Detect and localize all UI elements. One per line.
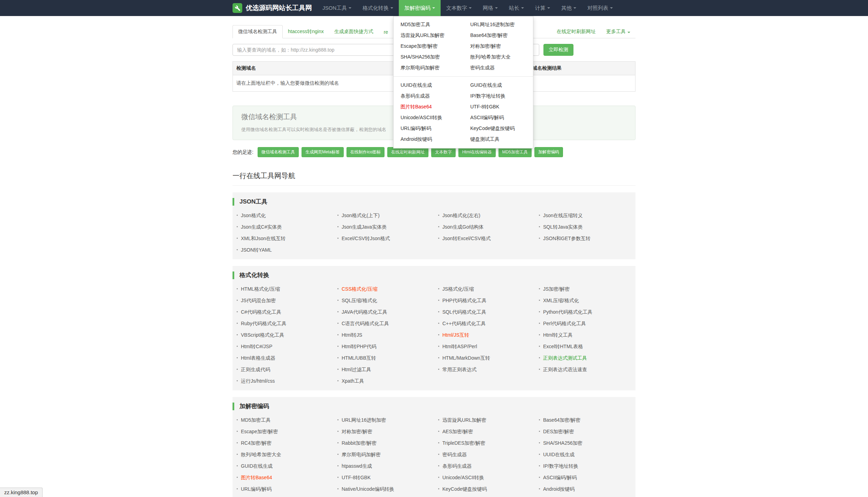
tool-link[interactable]: Html过滤工具 bbox=[342, 367, 371, 372]
navbar-menu-item[interactable]: 加解密编码 bbox=[399, 0, 441, 16]
footprint-button[interactable]: Html在线编辑器 bbox=[458, 147, 496, 157]
tool-link[interactable]: URL编码/解码 bbox=[241, 486, 272, 492]
navbar-menu-item[interactable]: 文本数字 bbox=[441, 0, 477, 16]
tool-link[interactable]: AES加密/解密 bbox=[442, 429, 473, 434]
tool-link[interactable]: UTF-8转GBK bbox=[342, 475, 371, 480]
dropdown-menu-item[interactable]: MD5加密工具 bbox=[394, 19, 463, 30]
tool-link[interactable]: Excel/CSV转Json格式 bbox=[342, 236, 390, 241]
tool-link[interactable]: SQL压缩/格式化 bbox=[342, 298, 377, 303]
tool-link[interactable]: GUID在线生成 bbox=[241, 463, 273, 469]
tool-link[interactable]: JS代码混合加密 bbox=[241, 298, 276, 303]
tool-link[interactable]: Json格式化(上下) bbox=[342, 213, 380, 218]
dropdown-menu-item[interactable]: UTF-8转GBK bbox=[463, 101, 533, 112]
tool-link[interactable]: 图片转Base64 bbox=[241, 475, 272, 480]
tool-link[interactable]: XML和Json在线互转 bbox=[241, 236, 285, 241]
tool-link[interactable]: Python代码格式化工具 bbox=[543, 309, 593, 315]
tool-link[interactable]: HTML格式化/压缩 bbox=[241, 286, 280, 292]
tool-link[interactable]: TripleDES加密/解密 bbox=[442, 440, 485, 446]
tool-link[interactable]: SQL转Java实体类 bbox=[543, 224, 583, 230]
footprint-button[interactable]: 生成网页Meta标签 bbox=[302, 147, 344, 157]
navbar-menu-item[interactable]: 网络 bbox=[477, 0, 503, 16]
tool-link[interactable]: JSON和GET参数互转 bbox=[543, 236, 591, 241]
dropdown-menu-item[interactable]: 摩尔斯电码加解密 bbox=[394, 62, 463, 73]
tool-link[interactable]: Json格式化(左右) bbox=[442, 213, 480, 218]
more-tools-dropdown-link[interactable]: 更多工具 bbox=[601, 25, 635, 38]
tool-link[interactable]: JAVA代码格式化工具 bbox=[342, 309, 387, 315]
footprint-button[interactable]: 加解密编码 bbox=[534, 147, 563, 157]
footprint-button[interactable]: 在线定时刷新网址 bbox=[387, 147, 428, 157]
navbar-menu-item[interactable]: JSON工具 bbox=[317, 0, 357, 16]
dropdown-menu-item[interactable]: GUID在线生成 bbox=[463, 80, 533, 91]
tool-link[interactable]: C语言代码格式化工具 bbox=[342, 321, 389, 326]
tool-link[interactable]: 对称加密/解密 bbox=[342, 429, 372, 434]
tool-link[interactable]: ASCII编码/解码 bbox=[543, 475, 577, 480]
tool-link[interactable]: Json在线压缩转义 bbox=[543, 213, 583, 218]
tool-link[interactable]: Ruby代码格式化工具 bbox=[241, 321, 287, 326]
tool-link[interactable]: Native/Unicode编码转换 bbox=[342, 486, 394, 492]
tool-link[interactable]: Json格式化 bbox=[241, 213, 266, 218]
dropdown-menu-item[interactable]: URL网址16进制加密 bbox=[463, 19, 533, 30]
dropdown-menu-item[interactable]: 密码生成器 bbox=[463, 62, 533, 73]
tool-link[interactable]: C++代码格式化工具 bbox=[442, 321, 486, 326]
tool-link[interactable]: 正则表达式测试工具 bbox=[543, 355, 587, 361]
tool-link[interactable]: CSS格式化/压缩 bbox=[342, 286, 378, 292]
tool-link[interactable]: 正则生成代码 bbox=[241, 367, 270, 372]
tool-link[interactable]: UUID在线生成 bbox=[543, 452, 574, 457]
tool-link[interactable]: DES加密/解密 bbox=[543, 429, 574, 434]
dropdown-menu-item[interactable]: 对称加密/解密 bbox=[463, 41, 533, 52]
tool-tab[interactable]: 微信域名检测工具 bbox=[233, 25, 283, 38]
brand-home-link[interactable]: 优选源码网站长工具网 bbox=[233, 0, 312, 16]
refresh-url-tab-link[interactable]: 在线定时刷新网址 bbox=[551, 25, 601, 38]
tool-link[interactable]: HTML/UBB互转 bbox=[342, 355, 376, 361]
tool-link[interactable]: 摩尔斯电码加解密 bbox=[342, 452, 381, 457]
dropdown-menu-item[interactable]: SHA/SHA256加密 bbox=[394, 52, 463, 62]
tool-link[interactable]: 条形码生成器 bbox=[442, 463, 472, 469]
tool-link[interactable]: Html表格生成器 bbox=[241, 355, 275, 361]
tool-link[interactable]: 正则表达式语法速查 bbox=[543, 367, 587, 372]
tool-link[interactable]: HTML/MarkDown互转 bbox=[442, 355, 490, 361]
tool-link[interactable]: Json生成Java实体类 bbox=[342, 224, 387, 230]
tool-link[interactable]: JS格式化/压缩 bbox=[442, 286, 474, 292]
tool-link[interactable]: Html转ASP/Perl bbox=[442, 344, 477, 349]
tool-link[interactable]: Html转JS bbox=[342, 332, 362, 338]
tool-link[interactable]: htpasswd生成 bbox=[342, 463, 372, 469]
tool-link[interactable]: 迅雷旋风URL加解密 bbox=[442, 417, 486, 423]
tool-link[interactable]: Base64加密/解密 bbox=[543, 417, 580, 423]
footprint-button[interactable]: MD5加密工具 bbox=[498, 147, 532, 157]
tool-link[interactable]: Unicode/ASCII转换 bbox=[442, 475, 484, 480]
tool-tab[interactable]: 生成桌面快捷方式 bbox=[329, 25, 379, 38]
dropdown-menu-item[interactable]: 条形码生成器 bbox=[394, 91, 463, 101]
tool-link[interactable]: Rabbit加密/解密 bbox=[342, 440, 376, 446]
dropdown-menu-item[interactable]: 散列/哈希加密大全 bbox=[463, 52, 533, 62]
tool-link[interactable]: XML压缩/格式化 bbox=[543, 298, 579, 303]
tool-link[interactable]: Json生成C#实体类 bbox=[241, 224, 282, 230]
tool-link[interactable]: KeyCode键盘按键码 bbox=[442, 486, 487, 492]
footprint-button[interactable]: 文本数字 bbox=[431, 147, 456, 157]
tool-link[interactable]: VBScript格式化工具 bbox=[241, 332, 284, 338]
tool-link[interactable]: Perl代码格式化工具 bbox=[543, 321, 586, 326]
dropdown-menu-item[interactable]: UUID在线生成 bbox=[394, 80, 463, 91]
tool-link[interactable]: URL网址16进制加密 bbox=[342, 417, 386, 423]
navbar-menu-item[interactable]: 对照列表 bbox=[582, 0, 618, 16]
dropdown-menu-item[interactable]: URL编码/解码 bbox=[394, 123, 463, 134]
tool-link[interactable]: 密码生成器 bbox=[442, 452, 467, 457]
dropdown-menu-item[interactable]: 图片转Base64 bbox=[394, 101, 463, 112]
tool-link[interactable]: Html转PHP代码 bbox=[342, 344, 376, 349]
tool-link[interactable]: RC4加密/解密 bbox=[241, 440, 272, 446]
tool-link[interactable]: 运行Js/html/css bbox=[241, 378, 275, 384]
tool-link[interactable]: Excel转HTML表格 bbox=[543, 344, 583, 349]
check-now-button[interactable]: 立即检测 bbox=[543, 44, 573, 56]
tool-link[interactable]: SHA/SHA256加密 bbox=[543, 440, 583, 446]
tool-link[interactable]: Html/JS互转 bbox=[442, 332, 469, 338]
footprint-button[interactable]: 微信域名检测工具 bbox=[258, 147, 299, 157]
tool-link[interactable]: Android按键码 bbox=[543, 486, 574, 492]
dropdown-menu-item[interactable]: 键盘测试工具 bbox=[463, 134, 533, 145]
tool-tab[interactable]: re bbox=[379, 26, 393, 38]
tool-link[interactable]: 常用正则表达式 bbox=[442, 367, 477, 372]
dropdown-menu-item[interactable]: Android按键码 bbox=[394, 134, 463, 145]
tool-tab[interactable]: htaccess转nginx bbox=[283, 25, 329, 38]
tool-link[interactable]: Html转C#/JSP bbox=[241, 344, 272, 349]
navbar-menu-item[interactable]: 站长 bbox=[503, 0, 530, 16]
tool-link[interactable]: Xpath工具 bbox=[342, 378, 364, 384]
navbar-menu-item[interactable]: 格式化转换 bbox=[357, 0, 399, 16]
